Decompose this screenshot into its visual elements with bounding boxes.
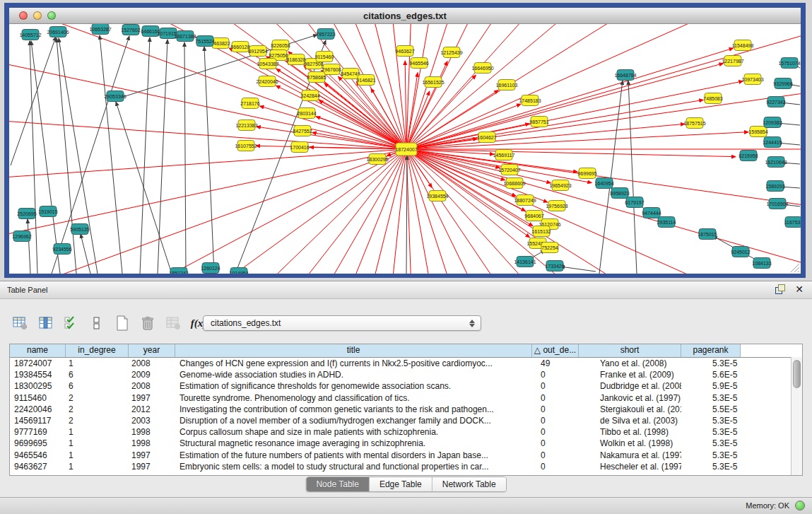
table-cell[interactable]: 1 xyxy=(66,426,129,438)
table-cell[interactable]: 1 xyxy=(66,438,129,449)
show-columns-button[interactable] xyxy=(35,313,57,333)
graph-node[interactable]: 8912954 xyxy=(248,46,267,57)
table-cell[interactable]: 9463627 xyxy=(10,461,66,472)
graph-node[interactable]: 9146821 xyxy=(356,75,375,86)
table-cell[interactable]: 5.3E-5 xyxy=(681,438,741,449)
select-rows-button[interactable] xyxy=(61,313,82,333)
table-cell[interactable]: 0 xyxy=(532,461,579,472)
graph-node[interactable]: 9699695 xyxy=(577,168,596,179)
table-cell[interactable]: 14569117 xyxy=(10,415,66,426)
table-cell[interactable]: Wolkin et al. (1998) xyxy=(579,438,681,449)
graph-node[interactable]: 1595854 xyxy=(748,127,767,137)
graph-node[interactable]: 12213383 xyxy=(235,120,257,131)
table-cell[interactable]: 5.9E-5 xyxy=(681,380,741,392)
column-header-2[interactable]: year xyxy=(129,344,175,357)
graph-node[interactable]: 1244415 xyxy=(763,137,782,148)
graph-node[interactable]: 11548498 xyxy=(732,40,754,51)
table-cell[interactable]: 18724007 xyxy=(10,358,66,369)
graph-node[interactable]: 18757515 xyxy=(683,118,705,129)
table-cell[interactable]: 1 xyxy=(66,461,129,472)
table-cell[interactable]: 22420046 xyxy=(10,404,66,415)
table-cell[interactable]: 1 xyxy=(66,358,129,369)
tab-network-table[interactable]: Network Table xyxy=(433,477,506,491)
graph-node[interactable]: 17485183 xyxy=(519,95,541,106)
column-header-6[interactable]: pagerank xyxy=(681,344,741,357)
table-cell[interactable]: Yano et al. (2008) xyxy=(579,358,681,369)
table-cell[interactable]: 2008 xyxy=(129,358,175,369)
graph-node[interactable]: 9463627 xyxy=(395,46,414,57)
graph-node[interactable]: 8758685 xyxy=(307,72,326,83)
table-cell[interactable]: 0 xyxy=(532,426,579,438)
graph-node[interactable]: 9684067 xyxy=(524,211,543,221)
graph-node[interactable]: 18724007 xyxy=(395,143,417,156)
table-cell[interactable]: 5.3E-5 xyxy=(681,450,741,461)
graph-node[interactable]: 7515524 xyxy=(195,36,214,47)
table-row[interactable]: 946362711997Embryonic stem cells: a mode… xyxy=(10,461,802,472)
table-cell[interactable]: 1 xyxy=(66,450,129,461)
table-row[interactable]: 1872400712008Changes of HCN gene express… xyxy=(10,358,802,369)
graph-node[interactable]: 1875015 xyxy=(698,229,717,240)
table-cell[interactable]: 2 xyxy=(66,415,129,426)
tab-node-table[interactable]: Node Table xyxy=(306,477,370,491)
table-cell[interactable]: 1998 xyxy=(129,438,175,449)
table-row[interactable]: 977716911998Corpus callosum shape and si… xyxy=(10,426,802,438)
graph-node[interactable]: 29053346 xyxy=(104,91,126,102)
table-cell[interactable]: 5.3E-5 xyxy=(681,392,741,404)
float-panel-icon[interactable] xyxy=(775,284,785,294)
graph-node[interactable]: 9115460 xyxy=(315,52,334,62)
graph-node[interactable]: 1589293 xyxy=(765,181,784,192)
table-row[interactable]: 946554611997Estimation of the future num… xyxy=(10,450,802,461)
close-window-button[interactable] xyxy=(19,11,28,20)
table-cell[interactable]: 19384554 xyxy=(10,369,66,380)
graph-node[interactable]: 9465546 xyxy=(409,58,428,69)
graph-node[interactable]: 1296962 xyxy=(12,231,31,242)
graph-node[interactable]: 14569117 xyxy=(493,150,515,160)
column-header-0[interactable]: name xyxy=(10,344,66,357)
table-row[interactable]: 1830029562008Estimation of significance … xyxy=(10,380,802,392)
graph-node[interactable]: 10653287 xyxy=(89,24,111,35)
graph-node[interactable]: 16210643 xyxy=(765,157,787,168)
table-cell[interactable]: 9465546 xyxy=(10,450,66,461)
table-cell[interactable]: 5.3E-5 xyxy=(681,461,741,472)
graph-node[interactable]: 5905135 xyxy=(70,224,89,235)
delete-column-button[interactable] xyxy=(137,313,158,333)
table-cell[interactable]: de Silva et al. (2003) xyxy=(579,415,681,426)
table-cell[interactable]: 0 xyxy=(532,369,579,380)
table-row[interactable]: 969969511998Structural magnetic resonanc… xyxy=(10,438,802,449)
graph-node[interactable]: 18300295 xyxy=(366,154,388,165)
table-cell[interactable]: 2 xyxy=(66,404,129,415)
network-graph[interactable]: 7463822866012889129548226058827505610543… xyxy=(9,24,801,274)
graph-node[interactable]: 9857751 xyxy=(529,117,548,127)
table-cell[interactable]: 1997 xyxy=(129,392,175,404)
table-cell[interactable]: Changes of HCN gene expression and I(f) … xyxy=(175,358,532,369)
graph-node[interactable]: 8427552 xyxy=(293,126,312,136)
table-cell[interactable]: 2008 xyxy=(129,380,175,392)
table-cell[interactable]: 5.3E-5 xyxy=(681,358,741,369)
vertical-scrollbar[interactable] xyxy=(791,357,802,475)
graph-node[interactable]: 1084133 xyxy=(752,258,771,269)
table-cell[interactable]: Structural magnetic resonance image aver… xyxy=(175,438,532,449)
graph-node[interactable]: 8660128 xyxy=(230,42,249,52)
table-cell[interactable]: Disruption of a novel member of a sodium… xyxy=(175,415,532,426)
table-cell[interactable]: Hescheler et al. (1997) xyxy=(579,461,681,472)
resize-grip-icon[interactable] xyxy=(791,264,799,272)
graph-node[interactable]: 9234556 xyxy=(52,244,71,255)
graph-node[interactable]: 22420046 xyxy=(256,76,278,87)
table-cell[interactable]: 5.5E-5 xyxy=(681,404,741,415)
table-cell[interactable]: 18300295 xyxy=(10,380,66,392)
table-cell[interactable]: Tibbo et al. (1998) xyxy=(579,426,681,438)
graph-node[interactable]: 8226058 xyxy=(271,40,290,51)
table-cell[interactable]: 0 xyxy=(532,415,579,426)
row-height-button[interactable] xyxy=(86,313,107,333)
graph-node[interactable]: 1527602 xyxy=(121,25,140,35)
graph-node[interactable]: 16648784 xyxy=(614,70,636,81)
graph-node[interactable]: 10973403 xyxy=(741,74,763,85)
table-cell[interactable]: Jankovic et al. (1997) xyxy=(579,392,681,404)
graph-node[interactable]: 1640954 xyxy=(594,178,613,189)
graph-node[interactable]: 2718176 xyxy=(240,98,259,109)
graph-node[interactable]: 16646950 xyxy=(471,63,493,74)
graph-node[interactable]: 14136141 xyxy=(514,257,536,267)
network-canvas[interactable]: 7463822866012889129548226058827505610543… xyxy=(9,24,801,274)
graph-node[interactable]: 2803144 xyxy=(297,108,316,119)
graph-node[interactable]: 12125439 xyxy=(440,47,462,58)
